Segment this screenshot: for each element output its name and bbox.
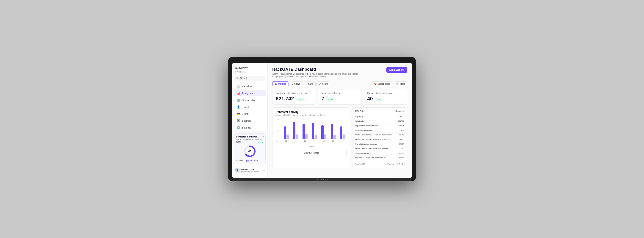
sidebar-item-support[interactable]: 💬 Support	[234, 118, 266, 124]
search-icon: 🔍	[236, 77, 239, 79]
sidebar-item-settings[interactable]: ⚙️ Settings	[234, 124, 266, 131]
filters-button[interactable]: ≡ Filters	[394, 82, 407, 86]
tab-24hours[interactable]: 24 hours	[316, 82, 330, 86]
next-button[interactable]: Next	[398, 162, 405, 166]
request-count: 105938	[398, 125, 404, 127]
avatar: 👤	[234, 167, 240, 173]
user-row: 👤 Pentest User pentester@hckrt.com →	[232, 166, 268, 175]
stat-more-icon-0[interactable]: ⋯	[310, 92, 312, 96]
sidebar-item-websites[interactable]: ⬜ Websites	[234, 83, 266, 90]
websites-icon: ⬜	[237, 85, 240, 88]
sidebar-item-organization[interactable]: 🏢 Organization	[234, 97, 266, 103]
bar-light	[296, 134, 298, 139]
bar-group: 13	[301, 118, 309, 142]
add-website-button[interactable]: Add a website	[386, 67, 407, 73]
pentester-badge: + 10%	[257, 141, 264, 143]
close-icon[interactable]: ✕	[262, 135, 264, 137]
bar-group: 15	[320, 118, 328, 142]
bar-group: 12	[292, 118, 300, 142]
bar-dark	[312, 123, 314, 139]
request-count: 91482	[399, 129, 404, 131]
url-path: /login?returnUrl=/dashboard	[355, 125, 396, 127]
organization-icon: 🏢	[237, 98, 240, 102]
bar-dark	[331, 124, 333, 139]
bar-dark	[340, 126, 342, 139]
bar-light	[343, 134, 345, 139]
view-full-report-button[interactable]: View full report	[276, 150, 346, 156]
table-footer: Page 1 of 10 Previous Next	[352, 160, 407, 168]
bar-dark	[302, 124, 305, 139]
stat-more-icon-2[interactable]: ⋯	[401, 92, 404, 96]
bar-group: 16	[329, 118, 337, 142]
bottom-row: Pentester activity Number of HTTP reques…	[272, 107, 407, 168]
table-row: /wp-admin/admin-ajax.php77137	[352, 142, 407, 146]
bar-light	[305, 134, 308, 139]
table-row: /api/v1/users/123/accounts/6891/transact…	[352, 133, 407, 137]
bar-light	[334, 135, 336, 139]
support-icon: 💬	[237, 119, 240, 122]
bar-light	[286, 134, 289, 139]
app-logo: HackGATE™ by Hackrate	[232, 66, 268, 76]
tab-7days[interactable]: 7 days	[304, 82, 315, 86]
sidebar-item-profile[interactable]: 👤 Profile	[234, 104, 266, 110]
user-email: pentester@hckrt.com	[241, 170, 261, 173]
select-dates-button[interactable]: 📅 Select dates	[372, 82, 392, 86]
stat-websites: Number of websites ⋯ 7 + 14%	[318, 89, 362, 105]
bar-label: 12	[294, 140, 296, 142]
table-row: /login.php128021	[352, 114, 407, 119]
bar-light	[324, 134, 326, 139]
table-row: /wp-content/uploads/91482	[352, 128, 407, 133]
bar-dark	[284, 126, 286, 139]
table-row: /login?returnUrl=/dashboard105938	[352, 123, 407, 128]
dismiss-button[interactable]: Dismiss	[236, 159, 244, 162]
url-path: /api/v1/users/123/accounts/6891/transact…	[355, 134, 398, 136]
pentester-monitored-card: Pentester monitored You're using 80% of …	[234, 133, 266, 164]
tab-12months[interactable]: 12 months	[272, 82, 289, 86]
stat-authenticated-requests: Number of authenticated requests ⋯ 821,7…	[272, 89, 316, 105]
bar-label: 14	[313, 140, 315, 142]
logout-icon[interactable]: →	[262, 169, 265, 172]
chart-more-icon[interactable]: ⋯	[344, 110, 346, 114]
bar-label: 17	[342, 140, 343, 142]
url-path: /admin.php	[355, 120, 396, 122]
page-title: HackGATE Dashboard	[272, 67, 359, 72]
request-count: 78965	[399, 138, 404, 140]
bar-dark	[321, 125, 324, 139]
search-box[interactable]: 🔍	[234, 76, 265, 81]
upgrade-plan-button[interactable]: Upgrade plan	[245, 159, 258, 162]
billing-icon: 💳	[237, 112, 240, 115]
page-subtitle: Analytics dashboards are designed to hel…	[272, 73, 359, 78]
table-row: /wp-content/plugins/69915	[352, 151, 407, 156]
request-count: 77137	[399, 143, 404, 145]
table-row: /wp-includes/js/wp-auth-check.min.js6926…	[352, 156, 407, 160]
sidebar-item-analytics[interactable]: 📊 Analytics	[234, 90, 266, 96]
page-info: Page 1 of 10	[355, 163, 365, 165]
search-input[interactable]	[240, 77, 263, 79]
tab-30days[interactable]: 30 days	[290, 82, 303, 86]
time-tabs: 12 months 30 days 7 days 24 hours	[272, 82, 330, 86]
bar-label: 16	[332, 140, 334, 142]
filter-row: 12 months 30 days 7 days 24 hours 📅 Sele…	[272, 82, 407, 86]
stat-more-icon-1[interactable]: ⋯	[355, 92, 358, 96]
sidebar-item-billing[interactable]: 💳 Billing	[234, 111, 266, 117]
url-table-panel: URL Path Requests /login.php128021/admin…	[352, 107, 407, 168]
app-name: HackGATE	[235, 67, 246, 69]
table-row: /admin.php118758	[352, 119, 407, 123]
request-count: 72267	[399, 148, 404, 150]
previous-button[interactable]: Previous	[386, 162, 396, 166]
request-count: 69262	[399, 157, 404, 159]
url-path: /api/v1/users/123/accounts/6891/transfer	[355, 148, 398, 150]
url-path: /api/v1/users/123/accounts/6891/creditca…	[355, 138, 398, 140]
profile-icon: 👤	[237, 105, 240, 109]
request-count: 128021	[398, 115, 404, 118]
url-table-body: /login.php128021/admin.php118758/login?r…	[352, 114, 407, 160]
bar-label: 15	[323, 140, 324, 142]
url-path: /wp-content/plugins/	[355, 152, 398, 154]
bar-label: 13	[304, 140, 306, 142]
user-name: Pentest User	[241, 168, 261, 170]
settings-icon: ⚙️	[237, 126, 240, 129]
bar-dark	[293, 122, 296, 139]
stat-active-pentesters: Number of active pentesters ⋯ 40 + 38%	[364, 89, 407, 105]
request-count: 118758	[398, 120, 404, 122]
table-row: /api/v1/users/123/accounts/6891/creditca…	[352, 137, 407, 142]
